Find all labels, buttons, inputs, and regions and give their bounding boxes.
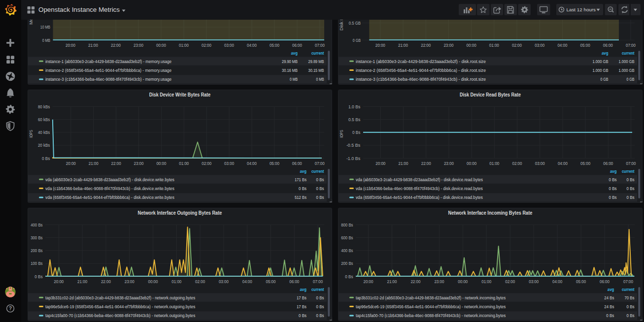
svg-text:Network Interface Incoming Byt: Network Interface Incoming Bytes Rate xyxy=(448,210,533,216)
svg-text:03:00: 03:00 xyxy=(529,279,539,284)
svg-text:29.89 MB: 29.89 MB xyxy=(308,59,324,64)
svg-text:avg: avg xyxy=(608,287,614,292)
svg-text:01:00: 01:00 xyxy=(171,279,181,284)
svg-text:07:00: 07:00 xyxy=(623,279,633,284)
svg-text:70 Bs: 70 Bs xyxy=(625,295,635,300)
svg-text:22:00: 22:00 xyxy=(421,43,431,48)
svg-text:24 Bs: 24 Bs xyxy=(604,295,614,300)
svg-text:21:00: 21:00 xyxy=(88,43,98,48)
svg-text:17 Bs: 17 Bs xyxy=(297,295,306,300)
svg-text:01:00: 01:00 xyxy=(481,279,491,284)
svg-text:IOPS: IOPS xyxy=(29,130,34,138)
svg-text:03:00: 03:00 xyxy=(535,161,545,166)
svg-text:02:00: 02:00 xyxy=(202,43,211,48)
svg-text:vda (ab5030e3-2cab-4429-b838-d: vda (ab5030e3-2cab-4429-b838-d23aaad3eb2… xyxy=(45,177,174,182)
svg-text:02:00: 02:00 xyxy=(195,279,205,284)
svg-text:1.000 GB: 1.000 GB xyxy=(593,67,609,73)
svg-text:20:00: 20:00 xyxy=(375,161,385,166)
svg-text:07:00: 07:00 xyxy=(315,161,325,166)
svg-text:Disk Root Size: Disk Root Size xyxy=(339,20,344,31)
svg-text:avg: avg xyxy=(602,50,609,56)
svg-text:21:00: 21:00 xyxy=(399,161,408,166)
svg-text:vda (658f3456-65a4-4e51-9044-e: vda (658f3456-65a4-4e51-9044-ef7bf0bbb6c… xyxy=(45,194,174,200)
svg-text:0 Bs: 0 Bs xyxy=(627,186,635,191)
svg-text:current: current xyxy=(311,168,324,174)
svg-text:05:00: 05:00 xyxy=(270,161,279,166)
svg-text:Disk Device Write Bytes Rate: Disk Device Write Bytes Rate xyxy=(149,92,210,97)
svg-text:400 Bs: 400 Bs xyxy=(341,248,353,253)
svg-text:instance-1 (ab5030e3-2cab-4429: instance-1 (ab5030e3-2cab-4429-b838-d23a… xyxy=(45,59,171,64)
svg-text:0 Bs: 0 Bs xyxy=(627,194,635,200)
svg-text:tap4c15fa00-70 (c1b54366-beba-: tap4c15fa00-70 (c1b54366-beba-46ec-9088-… xyxy=(356,313,506,318)
svg-text:0 MB: 0 MB xyxy=(290,76,298,82)
svg-text:22:00: 22:00 xyxy=(410,279,420,284)
svg-text:avg: avg xyxy=(610,168,617,174)
svg-text:00:00: 00:00 xyxy=(156,161,166,166)
svg-text:instance-3 (c1b54366-beba-46ec: instance-3 (c1b54366-beba-46ec-9088-8f47… xyxy=(45,76,171,82)
svg-text:0 Bs: 0 Bs xyxy=(609,194,617,200)
svg-text:00:00: 00:00 xyxy=(458,279,468,284)
svg-text:04:00: 04:00 xyxy=(557,43,567,48)
svg-text:10 MB: 10 MB xyxy=(40,25,50,30)
svg-text:20:00: 20:00 xyxy=(54,279,64,284)
svg-text:0 Bs: 0 Bs xyxy=(299,313,306,318)
svg-text:01:00: 01:00 xyxy=(489,43,499,48)
svg-text:IOPS: IOPS xyxy=(339,130,344,138)
svg-text:00:00: 00:00 xyxy=(467,161,476,166)
svg-text:06:00: 06:00 xyxy=(289,279,299,284)
svg-text:02:00: 02:00 xyxy=(512,43,522,48)
svg-text:0 Bs: 0 Bs xyxy=(352,130,361,135)
svg-text:0 Bs: 0 Bs xyxy=(42,156,50,161)
svg-text:0 Bs: 0 Bs xyxy=(609,186,617,191)
svg-text:02:00: 02:00 xyxy=(505,279,515,284)
svg-text:07:00: 07:00 xyxy=(315,43,325,48)
svg-text:01:00: 01:00 xyxy=(179,43,189,48)
svg-text:00:00: 00:00 xyxy=(156,43,166,48)
svg-text:0.5 GB: 0.5 GB xyxy=(349,21,361,26)
svg-text:200 Bs: 200 Bs xyxy=(31,248,43,253)
svg-text:0 Bs: 0 Bs xyxy=(316,177,324,182)
svg-text:0 Bs: 0 Bs xyxy=(316,313,324,318)
svg-text:0.5 Bs: 0.5 Bs xyxy=(348,117,361,122)
svg-text:00:00: 00:00 xyxy=(148,279,158,284)
svg-text:20:00: 20:00 xyxy=(364,279,373,284)
svg-text:07:00: 07:00 xyxy=(313,279,323,284)
svg-text:vda (658f3456-65a4-4e51-9044-e: vda (658f3456-65a4-4e51-9044-ef7bf0bbb6c… xyxy=(356,194,483,200)
svg-text:0 Bs: 0 Bs xyxy=(316,194,324,200)
svg-text:171 Bs: 171 Bs xyxy=(295,177,306,182)
svg-text:Last 12 hours: Last 12 hours xyxy=(567,7,596,12)
svg-text:800 Bs: 800 Bs xyxy=(341,223,353,227)
svg-text:vda (c1b54366-beba-46ec-9088-8: vda (c1b54366-beba-46ec-9088-8f470f4943c… xyxy=(45,186,174,191)
svg-text:current: current xyxy=(311,287,324,292)
svg-text:vda (c1b54366-beba-46ec-9088-8: vda (c1b54366-beba-46ec-9088-8f470f4943c… xyxy=(356,186,483,191)
svg-text:instance-2 (658f3456-65a4-4e51: instance-2 (658f3456-65a4-4e51-9044-ef7b… xyxy=(45,67,171,73)
svg-text:04:00: 04:00 xyxy=(242,279,252,284)
svg-text:0 Bs: 0 Bs xyxy=(316,186,324,191)
svg-text:Disk Device Read Bytes Rate: Disk Device Read Bytes Rate xyxy=(460,92,521,97)
svg-text:06:00: 06:00 xyxy=(292,161,302,166)
svg-text:23:00: 23:00 xyxy=(434,279,444,284)
svg-text:0 MB: 0 MB xyxy=(42,38,50,43)
svg-text:20:00: 20:00 xyxy=(66,161,76,166)
svg-text:current: current xyxy=(311,50,324,56)
svg-text:07:00: 07:00 xyxy=(626,43,636,48)
svg-text:current: current xyxy=(622,50,635,56)
svg-text:04:00: 04:00 xyxy=(558,161,568,166)
svg-text:80 kBs: 80 kBs xyxy=(38,104,50,109)
svg-text:20 kBs: 20 kBs xyxy=(38,143,50,148)
svg-text:02:00: 02:00 xyxy=(512,161,522,166)
svg-text:0 Bs: 0 Bs xyxy=(609,177,617,182)
svg-text:23:00: 23:00 xyxy=(134,161,144,166)
svg-text:21:00: 21:00 xyxy=(398,43,408,48)
svg-text:60 kBs: 60 kBs xyxy=(38,117,50,122)
svg-text:0 GB: 0 GB xyxy=(353,38,361,43)
svg-text:0 Bs: 0 Bs xyxy=(627,313,635,318)
svg-text:03:00: 03:00 xyxy=(535,43,544,48)
svg-text:1.000 GB: 1.000 GB xyxy=(619,59,635,64)
svg-text:current: current xyxy=(622,287,635,292)
svg-text:40 kBs: 40 kBs xyxy=(38,130,50,135)
svg-text:instance-3 (c1b54366-beba-46ec: instance-3 (c1b54366-beba-46ec-9088-8f47… xyxy=(356,76,486,82)
svg-text:21:00: 21:00 xyxy=(387,279,397,284)
svg-text:Network Interface Outgoing Byt: Network Interface Outgoing Bytes Rate xyxy=(138,210,222,216)
svg-text:03:00: 03:00 xyxy=(224,161,234,166)
